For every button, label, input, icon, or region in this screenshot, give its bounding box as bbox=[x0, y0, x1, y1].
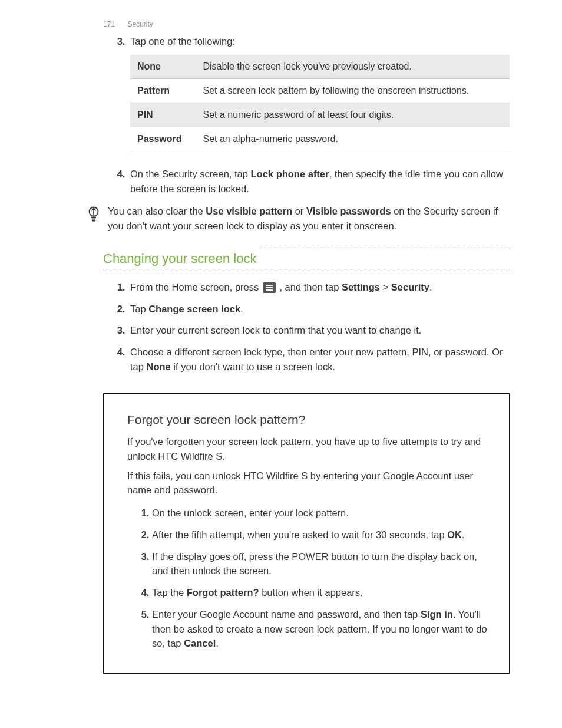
tip-b1: Use visible pattern bbox=[206, 206, 292, 216]
section-title: Changing your screen lock bbox=[103, 248, 260, 269]
cell-name: Pattern bbox=[130, 78, 196, 103]
table-row: Pattern Set a screen lock pattern by fol… bbox=[130, 78, 510, 103]
forgot-step-3: If the display goes off, press the POWER… bbox=[152, 546, 489, 582]
forgot-step-4: Tap the Forgot pattern? button when it a… bbox=[152, 582, 489, 604]
text: . bbox=[429, 282, 432, 292]
forgot-callout: Forgot your screen lock pattern? If you'… bbox=[103, 393, 510, 674]
svg-rect-1 bbox=[91, 217, 96, 218]
steps-list-top: Tap one of the following: None Disable t… bbox=[103, 29, 510, 198]
change-step-1: From the Home screen, press , and then t… bbox=[128, 275, 510, 297]
cell-desc: Set a numeric password of at least four … bbox=[196, 103, 510, 127]
dots-rule bbox=[103, 269, 510, 269]
cell-name: PIN bbox=[130, 103, 196, 127]
cell-desc: Set an alpha-numeric password. bbox=[196, 127, 510, 151]
text-bold: Change screen lock bbox=[148, 304, 240, 314]
svg-rect-2 bbox=[92, 219, 95, 220]
tip-pre: You can also clear the bbox=[108, 206, 206, 216]
change-step-2: Tap Change screen lock. bbox=[128, 297, 510, 319]
text-bold: Cancel bbox=[184, 638, 216, 648]
step-4-bold: Lock phone after bbox=[251, 169, 329, 179]
page-number: 171 bbox=[103, 20, 115, 28]
page: 171 Security Tap one of the following: N… bbox=[0, 0, 562, 728]
tip-text: You can also clear the Use visible patte… bbox=[108, 204, 510, 233]
tip-mid: or bbox=[292, 206, 306, 216]
lock-options-table: None Disable the screen lock you've prev… bbox=[130, 55, 510, 151]
cell-name: Password bbox=[130, 127, 196, 151]
menu-icon bbox=[263, 282, 276, 293]
header-section: Security bbox=[127, 20, 153, 28]
forgot-p1: If you've forgotten your screen lock pat… bbox=[127, 434, 489, 464]
text-bold: Security bbox=[391, 282, 429, 292]
text: Tap bbox=[130, 304, 148, 314]
text: button when it appears. bbox=[259, 587, 363, 598]
section-title-wrap: Changing your screen lock bbox=[103, 248, 510, 269]
table-row: PIN Set a numeric password of at least f… bbox=[130, 103, 510, 127]
change-step-4: Choose a different screen lock type, the… bbox=[128, 340, 510, 377]
step-3-text: Tap one of the following: bbox=[130, 36, 235, 47]
forgot-step-1: On the unlock screen, enter your lock pa… bbox=[152, 502, 489, 524]
text: > bbox=[380, 282, 391, 292]
change-step-3: Enter your current screen lock to confir… bbox=[128, 318, 510, 340]
page-header: 171 Security bbox=[0, 0, 562, 29]
step-4-pre: On the Security screen, tap bbox=[130, 169, 251, 179]
forgot-step-5: Enter your Google Account name and passw… bbox=[152, 604, 489, 654]
text: Enter your Google Account name and passw… bbox=[152, 609, 421, 620]
tip-callout: You can also clear the Use visible patte… bbox=[88, 200, 510, 237]
text: . bbox=[216, 638, 219, 648]
cell-name: None bbox=[130, 55, 196, 79]
text: , and then tap bbox=[277, 282, 342, 292]
step-3: Tap one of the following: None Disable t… bbox=[128, 29, 510, 162]
text-bold: Settings bbox=[342, 282, 380, 292]
forgot-steps: On the unlock screen, enter your lock pa… bbox=[127, 502, 489, 654]
text: . bbox=[240, 304, 243, 314]
step-4: On the Security screen, tap Lock phone a… bbox=[128, 162, 510, 199]
text: Tap the bbox=[152, 587, 187, 598]
text-bold: None bbox=[147, 361, 171, 372]
change-steps: From the Home screen, press , and then t… bbox=[103, 275, 510, 377]
forgot-p2: If this fails, you can unlock HTC Wildfi… bbox=[127, 469, 489, 498]
text-bold: OK bbox=[447, 529, 462, 540]
content-main: Tap one of the following: None Disable t… bbox=[0, 29, 510, 674]
text: if you don't want to use a screen lock. bbox=[171, 361, 335, 372]
text-bold: Sign in bbox=[421, 609, 453, 620]
svg-rect-3 bbox=[92, 220, 95, 222]
text: From the Home screen, press bbox=[130, 282, 262, 292]
table-row: None Disable the screen lock you've prev… bbox=[130, 55, 510, 79]
table-row: Password Set an alpha-numeric password. bbox=[130, 127, 510, 151]
lightbulb-icon bbox=[88, 206, 100, 222]
tip-b2: Visible passwords bbox=[306, 206, 391, 216]
cell-desc: Disable the screen lock you've previousl… bbox=[196, 55, 510, 79]
text: After the fifth attempt, when you're ask… bbox=[152, 529, 447, 540]
text: . bbox=[462, 529, 465, 540]
text-bold: Forgot pattern? bbox=[187, 587, 259, 598]
forgot-step-2: After the fifth attempt, when you're ask… bbox=[152, 524, 489, 546]
forgot-title: Forgot your screen lock pattern? bbox=[127, 410, 489, 429]
cell-desc: Set a screen lock pattern by following t… bbox=[196, 78, 510, 103]
